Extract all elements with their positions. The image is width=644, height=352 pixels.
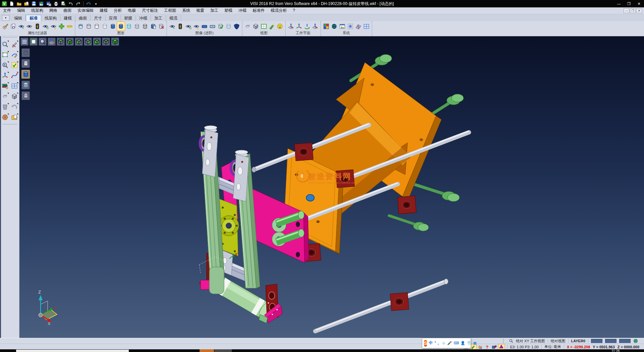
hide-remove-icon[interactable]: − <box>25 22 33 31</box>
shaded-icon[interactable] <box>109 22 117 31</box>
ime-tool-4[interactable]: 👕 <box>467 341 472 345</box>
menu-item-18[interactable]: ? <box>290 7 298 13</box>
undo-view-icon[interactable] <box>10 103 18 111</box>
shield-render-icon[interactable] <box>233 22 240 31</box>
clip-section-icon[interactable] <box>157 22 165 31</box>
tab-冲模[interactable]: 冲模 <box>136 15 151 21</box>
view-top-icon[interactable] <box>57 38 65 46</box>
preview-icon[interactable] <box>60 1 67 7</box>
translucent-icon[interactable] <box>125 22 133 31</box>
zoom-fit-icon[interactable] <box>30 38 38 46</box>
verify-solid-icon[interactable] <box>217 22 224 31</box>
ime-logo[interactable]: S <box>424 340 427 347</box>
active-layer-indicator[interactable]: LAYER0 <box>571 339 585 343</box>
tab-线架构[interactable]: 线架构 <box>41 15 60 21</box>
save-as-icon[interactable] <box>38 1 45 7</box>
view-rotate-icon[interactable] <box>244 22 252 31</box>
toggle-visibility-icon[interactable]: ± <box>50 22 57 31</box>
copy-attributes-icon[interactable] <box>9 22 17 31</box>
view-pair-icon[interactable] <box>252 22 260 31</box>
view-back-icon[interactable] <box>102 38 110 46</box>
menu-item-2[interactable]: 线架构 <box>28 7 46 13</box>
color-swatch-1[interactable] <box>591 339 602 343</box>
cpl-rotate-icon[interactable] <box>303 22 311 31</box>
mdi-control-0[interactable]: — <box>624 8 629 13</box>
taskbar-app-segment-2[interactable] <box>214 349 232 352</box>
view-menu-icon[interactable] <box>20 38 29 46</box>
delete-trash-icon[interactable] <box>1 103 9 111</box>
shaded-edges-icon[interactable] <box>117 22 125 31</box>
zoom-previous-icon[interactable] <box>39 38 47 46</box>
menu-item-17[interactable]: 模流分析 <box>268 7 290 13</box>
taskbar-window-segment[interactable] <box>16 350 129 352</box>
menu-item-7[interactable]: 分析 <box>111 7 125 13</box>
adv-toggle-icon[interactable]: ± <box>193 22 200 31</box>
ime-tool-2[interactable]: ⌨ <box>453 341 459 345</box>
open-model-icon[interactable] <box>23 1 30 7</box>
close-button[interactable]: ✕ <box>634 0 644 7</box>
flat-shade-icon[interactable] <box>133 22 141 31</box>
view-left-icon[interactable] <box>93 38 101 46</box>
status-hand-icon[interactable] <box>477 344 483 349</box>
toolbar-dropdown-button[interactable]: ▼ <box>2 15 9 21</box>
shade-shaded-icon[interactable] <box>21 70 30 79</box>
curve-edit-icon[interactable] <box>10 51 18 59</box>
windows-taskbar[interactable]: 11:28 <box>0 349 644 352</box>
zoom-element-icon[interactable]: ± <box>1 61 9 69</box>
menu-item-13[interactable]: 加工 <box>207 7 221 13</box>
snap-grid-icon[interactable] <box>346 22 354 31</box>
hidden-dashed-icon[interactable] <box>101 22 109 31</box>
shade-wireframe-icon[interactable] <box>21 48 30 57</box>
hatched-view-icon[interactable] <box>141 22 149 31</box>
tab-塑膜[interactable]: 塑膜 <box>121 15 136 21</box>
menu-item-8[interactable]: 电极 <box>125 7 139 13</box>
workplane-indicator[interactable]: 绝对 XY 工作视图 <box>516 339 545 344</box>
filter-traffic-icon[interactable] <box>34 22 41 31</box>
color-swatch-3[interactable] <box>619 339 631 343</box>
menu-item-5[interactable]: 实体编辑 <box>74 7 97 13</box>
cpl-standard-icon[interactable] <box>287 22 295 31</box>
tab-尺寸[interactable]: 尺寸 <box>91 15 106 21</box>
hidden-line-icon[interactable] <box>93 22 101 31</box>
view-iso-icon[interactable] <box>111 38 119 46</box>
view-right-icon[interactable] <box>84 38 92 46</box>
render-smile-icon[interactable] <box>276 22 284 31</box>
view-mode-indicator[interactable]: 绝对视图 <box>551 339 566 344</box>
layer-panes-icon[interactable] <box>363 22 370 31</box>
print-icon[interactable] <box>53 1 59 7</box>
adv-refresh-icon[interactable]: ↻ <box>184 22 192 31</box>
save-icon[interactable] <box>31 1 37 7</box>
view-front-icon[interactable] <box>75 38 83 46</box>
regen-shading-icon[interactable] <box>77 22 85 31</box>
spline-tool-icon[interactable] <box>10 72 18 80</box>
tab-模流[interactable]: 模流 <box>166 15 181 21</box>
view-bottom-icon[interactable] <box>66 38 74 46</box>
ime-language-toggle[interactable]: 中 <box>429 340 433 346</box>
menu-item-11[interactable]: 系统 <box>179 7 193 13</box>
show-all-icon[interactable] <box>58 22 65 31</box>
tab-加工[interactable]: 加工 <box>151 15 166 21</box>
menu-item-10[interactable]: 工程图 <box>161 7 179 13</box>
tab-建模[interactable]: 建模 <box>60 15 75 21</box>
toolbar-grip[interactable] <box>3 37 17 39</box>
new-file-icon[interactable] <box>8 1 15 7</box>
mdi-control-2[interactable]: ✕ <box>636 8 642 13</box>
ime-tool-3[interactable]: 👤 <box>461 341 465 345</box>
status-box-arrow-icon[interactable] <box>491 344 497 349</box>
minimize-button[interactable]: — <box>614 0 624 7</box>
status-pyramid-icon[interactable] <box>498 344 504 349</box>
menu-item-16[interactable]: 标准件 <box>250 7 268 13</box>
taskbar-app-segment[interactable] <box>200 349 214 352</box>
shade-translucent-icon[interactable] <box>21 81 30 89</box>
color-swatch-2[interactable] <box>605 339 616 343</box>
menu-item-12[interactable]: 视窗 <box>193 7 207 13</box>
menu-item-15[interactable]: 冲模 <box>235 7 250 13</box>
navigator-wheel-icon[interactable] <box>1 113 9 121</box>
multi-shade-icon[interactable] <box>149 22 157 31</box>
toolbar-options-icon[interactable]: ▼ <box>93 1 99 7</box>
shade-hidden-icon[interactable] <box>21 59 30 68</box>
mdi-control-1[interactable]: ❐ <box>630 8 636 13</box>
selection-tool-icon[interactable] <box>1 40 9 48</box>
adv-traffic-icon[interactable] <box>176 22 184 31</box>
ime-tool-1[interactable]: 🎤 <box>447 341 452 345</box>
